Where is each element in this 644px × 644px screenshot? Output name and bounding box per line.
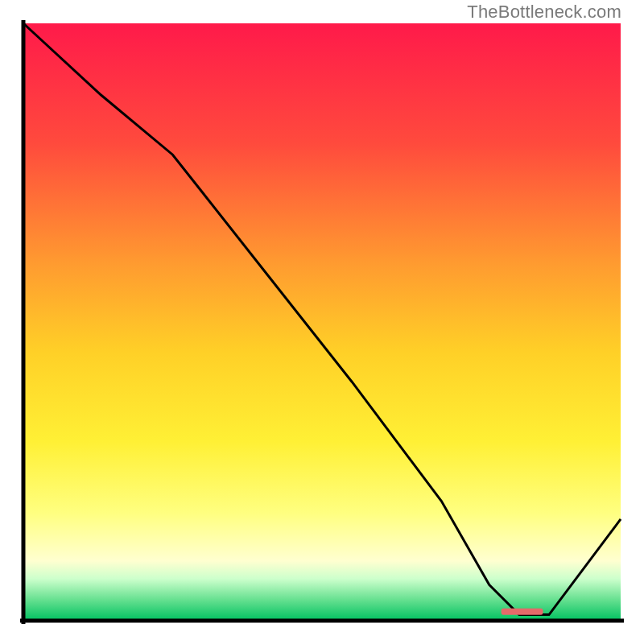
- plot-area: [20, 20, 624, 624]
- chart-stage: TheBottleneck.com: [0, 0, 644, 644]
- bottleneck-chart: [20, 20, 624, 624]
- optimal-marker: [502, 609, 543, 615]
- chart-background: [23, 23, 621, 621]
